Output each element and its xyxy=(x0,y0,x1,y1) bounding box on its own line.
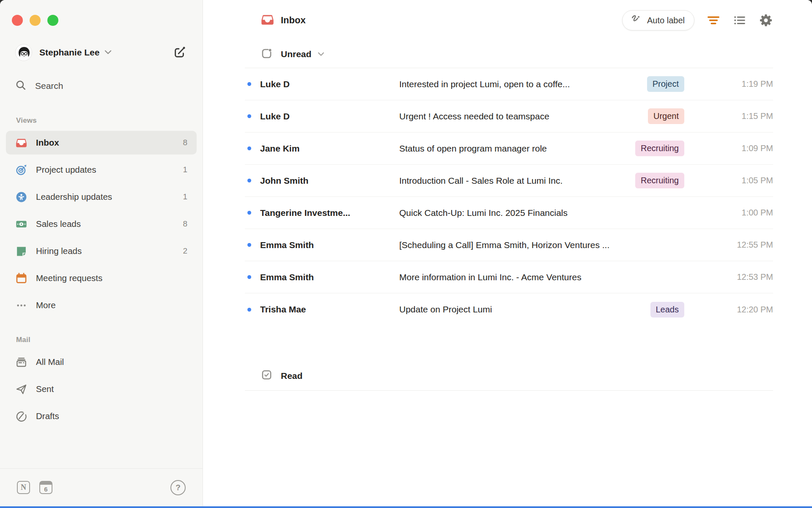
sidebar-item-project-updates[interactable]: Project updates1 xyxy=(6,158,197,182)
sidebar-item-label: Inbox xyxy=(36,138,59,148)
list-view-icon[interactable] xyxy=(732,13,747,28)
sidebar-item-label: Sent xyxy=(36,384,54,394)
email-tag-badge[interactable]: Urgent xyxy=(648,108,684,124)
email-time: 12:20 PM xyxy=(684,305,773,315)
email-row[interactable]: Emma Smith[Scheduling a Call] Emma Smith… xyxy=(245,229,773,261)
email-sender: Trisha Mae xyxy=(260,304,399,315)
header-controls: Auto label xyxy=(622,0,773,41)
window-controls xyxy=(12,15,58,26)
unread-dot xyxy=(245,146,260,150)
unread-count: 2 xyxy=(183,246,187,256)
zoom-window-button[interactable] xyxy=(47,15,58,26)
email-subject: Introduction Call - Sales Role at Lumi I… xyxy=(399,176,635,186)
email-tag-badge[interactable]: Project xyxy=(647,76,684,92)
email-sender: Jane Kim xyxy=(260,144,399,154)
unread-dot xyxy=(245,82,260,86)
email-time: 1:15 PM xyxy=(684,111,773,121)
unread-section-header[interactable]: Unread xyxy=(245,41,773,68)
email-sender: Tangerine Investme... xyxy=(260,208,399,218)
page-title: Inbox xyxy=(281,15,306,26)
unread-label: Unread xyxy=(281,49,311,59)
search-label: Search xyxy=(35,81,63,91)
email-subject: [Scheduling a Call] Emma Smith, Horizon … xyxy=(399,240,684,250)
unread-dot xyxy=(245,275,260,279)
unread-icon xyxy=(261,48,272,61)
email-subject: Urgent ! Access needed to teamspace xyxy=(399,111,648,121)
email-subject: More information in Lumi Inc. - Acme Ven… xyxy=(399,272,684,282)
sidebar-item-sent[interactable]: Sent xyxy=(6,377,197,401)
compose-icon[interactable] xyxy=(172,45,187,60)
email-subject: Status of open program manager role xyxy=(399,144,635,154)
unread-count: 1 xyxy=(183,192,187,202)
email-time: 12:55 PM xyxy=(684,240,773,250)
sidebar: Stephanie Lee Search Views Inbox8Project… xyxy=(0,0,203,506)
read-checkbox-icon xyxy=(261,369,272,382)
sidebar-item-more[interactable]: More xyxy=(6,293,197,317)
unread-dot xyxy=(245,211,260,215)
sidebar-item-drafts[interactable]: Drafts xyxy=(6,404,197,428)
account-name: Stephanie Lee xyxy=(39,47,99,58)
help-icon[interactable]: ? xyxy=(170,480,186,495)
email-row[interactable]: Luke DInterested in project Lumi, open t… xyxy=(245,68,773,100)
email-row[interactable]: Jane KimStatus of open program manager r… xyxy=(245,133,773,165)
sidebar-footer: N 6 ? xyxy=(0,468,203,506)
close-window-button[interactable] xyxy=(12,15,23,26)
auto-label-button[interactable]: Auto label xyxy=(622,10,694,30)
email-time: 1:09 PM xyxy=(684,144,773,153)
read-label: Read xyxy=(281,371,302,381)
email-tag-badge[interactable]: Recruiting xyxy=(635,173,684,188)
hiring-icon xyxy=(15,245,27,257)
mail-nav-list: All MailSentDrafts xyxy=(0,350,203,428)
unread-count: 1 xyxy=(183,165,187,174)
send-icon xyxy=(15,383,27,395)
search-icon xyxy=(15,80,26,92)
auto-label-icon xyxy=(630,14,642,27)
email-row[interactable]: John SmithIntroduction Call - Sales Role… xyxy=(245,165,773,197)
filter-icon[interactable] xyxy=(706,13,721,28)
views-nav-list: Inbox8Project updates1Leadership updates… xyxy=(0,131,203,317)
sidebar-item-hiring-leads[interactable]: Hiring leads2 xyxy=(6,239,197,263)
sidebar-item-label: All Mail xyxy=(36,357,64,367)
leadership-icon xyxy=(15,191,27,203)
email-subject: Update on Project Lumi xyxy=(399,304,650,315)
email-subject: Interested in project Lumi, open to a co… xyxy=(399,79,647,89)
notion-logo-icon[interactable]: N xyxy=(17,481,30,494)
email-tag-badge[interactable]: Leads xyxy=(650,302,685,318)
email-time: 1:05 PM xyxy=(684,176,773,185)
settings-gear-icon[interactable] xyxy=(759,13,773,28)
sidebar-item-sales-leads[interactable]: Sales leads8 xyxy=(6,212,197,236)
chevron-down-icon xyxy=(318,50,324,58)
email-time: 12:53 PM xyxy=(684,272,773,282)
search-button[interactable]: Search xyxy=(0,77,203,95)
sidebar-item-all-mail[interactable]: All Mail xyxy=(6,350,197,374)
more-dots-icon xyxy=(15,299,27,311)
drafts-icon xyxy=(15,410,27,422)
email-sender: Emma Smith xyxy=(260,272,399,282)
section-label-views: Views xyxy=(16,116,203,125)
sales-icon xyxy=(15,218,27,230)
inbox-icon xyxy=(15,137,27,149)
email-sender: Luke D xyxy=(260,111,399,121)
sidebar-item-label: More xyxy=(36,300,56,310)
auto-label-text: Auto label xyxy=(647,16,685,25)
unread-count: 8 xyxy=(183,219,187,229)
sidebar-item-leadership-updates[interactable]: Leadership updates1 xyxy=(6,185,197,209)
read-section-header[interactable]: Read xyxy=(245,361,773,391)
unread-dot xyxy=(245,308,260,312)
unread-dot xyxy=(245,114,260,118)
sidebar-item-meeting-requests[interactable]: Meeting requests xyxy=(6,266,197,290)
email-row[interactable]: Tangerine Investme...Quick Catch-Up: Lum… xyxy=(245,197,773,229)
email-row[interactable]: Emma SmithMore information in Lumi Inc. … xyxy=(245,261,773,293)
minimize-window-button[interactable] xyxy=(30,15,41,26)
email-row[interactable]: Luke DUrgent ! Access needed to teamspac… xyxy=(245,100,773,133)
calendar-app-icon[interactable]: 6 xyxy=(39,481,52,494)
unread-dot xyxy=(245,179,260,182)
sidebar-item-inbox[interactable]: Inbox8 xyxy=(6,131,197,155)
email-time: 1:00 PM xyxy=(684,208,773,218)
account-switcher[interactable]: Stephanie Lee xyxy=(0,44,203,61)
target-icon xyxy=(15,164,27,176)
email-row[interactable]: Trisha MaeUpdate on Project LumiLeads12:… xyxy=(245,293,773,326)
sidebar-item-label: Hiring leads xyxy=(36,246,82,256)
email-sender: Emma Smith xyxy=(260,240,399,250)
email-tag-badge[interactable]: Recruiting xyxy=(635,141,684,156)
